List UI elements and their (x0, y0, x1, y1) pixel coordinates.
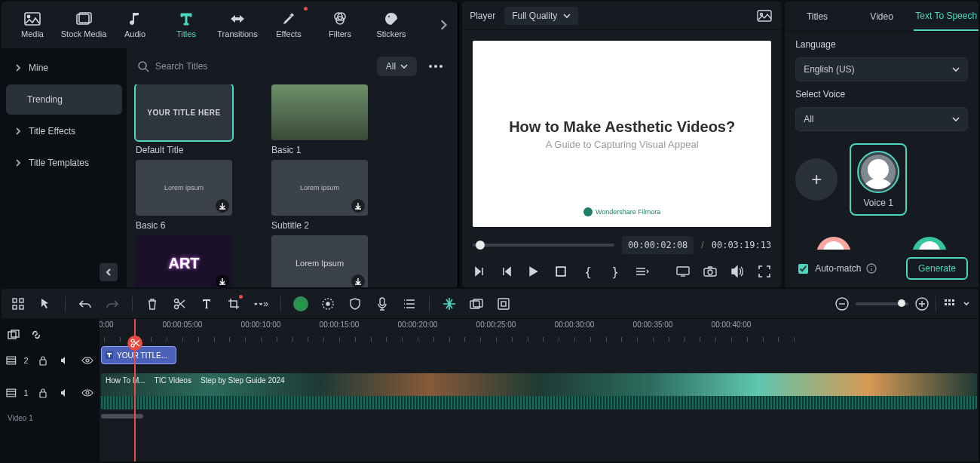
language-select[interactable]: English (US) (795, 57, 968, 81)
asset-item[interactable]: YOUR TITLE HERE Default Title (136, 84, 247, 155)
stop-button[interactable] (554, 265, 568, 278)
sidebar-item-trending[interactable]: Trending (6, 84, 122, 115)
zoom-knob[interactable] (898, 299, 905, 307)
crop-button[interactable] (226, 296, 241, 311)
playhead[interactable] (134, 319, 136, 461)
layout-icon[interactable] (11, 296, 26, 311)
group-button[interactable] (469, 296, 484, 311)
tab-stock-media[interactable]: Stock Media (59, 2, 109, 48)
automatch-checkbox[interactable]: Auto-match (795, 262, 876, 276)
sidebar-item-title-templates[interactable]: Title Templates (6, 148, 122, 178)
quality-select[interactable]: Full Quality (504, 7, 578, 25)
asset-item[interactable]: Lorem ipsum Basic 6 (136, 160, 247, 231)
scrub-knob[interactable] (476, 241, 485, 250)
automatch-input[interactable] (798, 264, 808, 274)
timeline-ruler[interactable]: 00:0000:00:05:0000:00:10:0000:00:15:0000… (100, 319, 978, 342)
timeline-h-scrollbar[interactable] (100, 412, 978, 420)
tab-filters[interactable]: Filters (315, 2, 365, 48)
tab-titles[interactable]: Titles (161, 2, 211, 48)
camera-button[interactable] (703, 265, 717, 278)
sidebar-collapse-button[interactable] (100, 263, 118, 281)
snapshot-button[interactable] (755, 8, 774, 24)
eye-icon[interactable] (81, 385, 95, 400)
tab-stickers[interactable]: Stickers (366, 2, 416, 48)
download-icon[interactable] (351, 274, 365, 287)
text-tool-button[interactable] (199, 296, 214, 311)
more-tools-button[interactable]: » (253, 296, 268, 311)
asset-item[interactable]: Lorem ipsum Subtitle 2 (271, 160, 383, 231)
asset-item[interactable]: Basic 1 (271, 84, 383, 155)
tab-media[interactable]: Media (8, 2, 57, 48)
timeline[interactable]: 00:0000:00:05:0000:00:10:0000:00:15:0000… (100, 319, 978, 461)
zoom-in-button[interactable] (914, 296, 929, 311)
list-button[interactable] (402, 296, 417, 311)
split-button[interactable] (172, 296, 187, 311)
zoom-out-button[interactable] (835, 296, 850, 311)
scrub-track[interactable] (473, 244, 614, 247)
track-header[interactable]: 2 (6, 349, 95, 372)
track-lane-video[interactable]: How To M... TIC Videos Step by Step Guid… (100, 373, 978, 412)
pointer-icon[interactable] (38, 296, 53, 311)
stickers-icon (383, 11, 400, 26)
voice-filter-select[interactable]: All (795, 107, 968, 131)
ai-button[interactable] (293, 296, 308, 311)
more-options-button[interactable] (424, 55, 447, 78)
lock-icon[interactable] (36, 353, 51, 368)
tab-audio[interactable]: Audio (110, 2, 160, 48)
fullscreen-button[interactable] (758, 265, 771, 278)
tab-transitions[interactable]: Transitions (213, 2, 262, 48)
download-icon[interactable] (351, 199, 365, 213)
redo-button[interactable] (105, 296, 120, 311)
track-header[interactable]: 1 (6, 375, 95, 411)
preview-viewport[interactable]: How to Make Aesthetic Videos? A Guide to… (473, 41, 771, 227)
asset-item[interactable]: ART (136, 235, 247, 287)
speed-button[interactable] (320, 296, 335, 311)
download-icon[interactable] (216, 274, 229, 287)
tab-prop-video[interactable]: Video (850, 2, 914, 31)
info-icon[interactable] (866, 263, 877, 274)
asset-thumb: Lorem ipsum (271, 160, 368, 216)
volume-button[interactable] (730, 265, 744, 278)
sidebar-item-mine[interactable]: Mine (6, 53, 122, 83)
tabs-overflow-icon[interactable] (435, 17, 452, 33)
track-lane-titles[interactable]: YOUR TITLE... (100, 346, 978, 369)
delete-button[interactable] (145, 296, 160, 311)
search-input[interactable]: Search Titles (137, 60, 369, 72)
tab-effects[interactable]: Effects (264, 2, 314, 48)
voice-card-selected[interactable]: Voice 1 (850, 143, 907, 216)
chevron-down-icon[interactable] (963, 300, 969, 308)
mic-button[interactable] (375, 296, 390, 311)
view-mode-button[interactable] (942, 296, 957, 311)
mute-icon[interactable] (58, 385, 72, 400)
next-frame-button[interactable] (500, 265, 513, 278)
timecode-current[interactable]: 00:00:02:08 (622, 236, 694, 254)
chevron-right-icon (14, 63, 23, 72)
display-button[interactable] (676, 265, 690, 278)
overlap-icon[interactable] (6, 327, 21, 342)
mark-out-button[interactable]: } (608, 265, 622, 278)
video-clip[interactable]: How To M... TIC Videos Step by Step Guid… (101, 373, 977, 396)
mute-icon[interactable] (58, 353, 72, 368)
prev-frame-button[interactable] (473, 265, 486, 278)
asset-item[interactable]: Lorem Ipsum (271, 235, 383, 287)
shield-button[interactable] (348, 296, 363, 311)
playback-options-button[interactable] (635, 265, 649, 278)
keyframe-button[interactable] (496, 296, 511, 311)
tab-prop-tts[interactable]: Text To Speech (914, 2, 978, 31)
mark-in-button[interactable]: { (581, 265, 595, 278)
eye-icon[interactable] (81, 353, 95, 368)
sidebar-item-title-effects[interactable]: Title Effects (6, 116, 122, 146)
generate-button[interactable]: Generate (906, 257, 968, 280)
add-voice-button[interactable]: + (795, 158, 838, 201)
playhead-scissors-icon[interactable] (127, 336, 142, 351)
undo-button[interactable] (78, 296, 93, 311)
scrollbar-thumb[interactable] (101, 414, 143, 419)
link-icon[interactable] (29, 327, 44, 342)
tab-prop-titles[interactable]: Titles (785, 2, 850, 31)
play-button[interactable] (527, 265, 541, 278)
lock-icon[interactable] (36, 385, 51, 400)
zoom-slider[interactable] (856, 302, 908, 305)
marker-button[interactable] (442, 296, 457, 311)
download-icon[interactable] (216, 199, 229, 213)
filter-select[interactable]: All (377, 57, 417, 76)
